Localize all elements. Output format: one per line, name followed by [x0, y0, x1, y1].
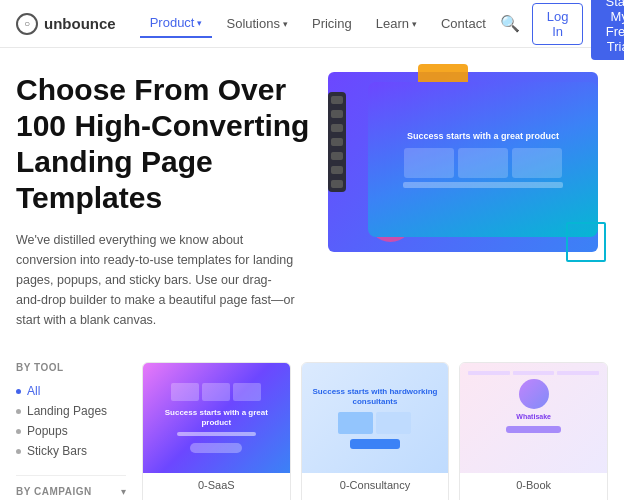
sidebar-item-sticky-bars[interactable]: Sticky Bars [16, 441, 126, 461]
templates-grid: Success starts with a great product 0-Sa… [142, 362, 608, 500]
template-thumb-book: Whatisake [460, 363, 607, 473]
sidebar-divider [16, 475, 126, 476]
sidebar-heading-campaign: BY CAMPAIGN [16, 486, 92, 497]
hero-laptop-preview: Success starts with a great product [368, 82, 598, 237]
accent-teal-border [566, 222, 606, 262]
sidebar-item-all[interactable]: All [16, 381, 126, 401]
logo-text: unbounce [44, 15, 116, 32]
sidebar-dot [16, 429, 21, 434]
chevron-down-icon: ▾ [197, 18, 202, 28]
nav-links: Product ▾ Solutions ▾ Pricing Learn ▾ Co… [140, 9, 496, 38]
nav-item-learn[interactable]: Learn ▾ [366, 10, 427, 37]
template-label-book: 0-Book [460, 473, 607, 497]
thumb-bar-saas [177, 432, 255, 436]
toolbar-item [331, 110, 343, 118]
search-icon[interactable]: 🔍 [496, 10, 524, 37]
template-thumb-saas: Success starts with a great product [143, 363, 290, 473]
sidebar-dot [16, 389, 21, 394]
chevron-down-icon: ▾ [412, 19, 417, 29]
navbar: ○ unbounce Product ▾ Solutions ▾ Pricing… [0, 0, 624, 48]
sidebar-item-popups[interactable]: Popups [16, 421, 126, 441]
sidebar-heading-tool: BY TOOL [16, 362, 126, 373]
nav-item-pricing[interactable]: Pricing [302, 10, 362, 37]
nav-item-solutions[interactable]: Solutions ▾ [216, 10, 297, 37]
template-card-saas[interactable]: Success starts with a great product 0-Sa… [142, 362, 291, 500]
sidebar-dot [16, 449, 21, 454]
toolbar-item [331, 180, 343, 188]
template-card-consultancy[interactable]: Success starts with hardworking consulta… [301, 362, 450, 500]
chevron-down-icon: ▾ [121, 486, 126, 497]
template-label-consultancy: 0-Consultancy [302, 473, 449, 497]
free-trial-button[interactable]: Start My Free Trial [591, 0, 624, 60]
sidebar: BY TOOL All Landing Pages Popups Sticky … [16, 362, 126, 500]
sidebar-item-landing-pages[interactable]: Landing Pages [16, 401, 126, 421]
content-area: BY TOOL All Landing Pages Popups Sticky … [0, 346, 624, 500]
chevron-down-icon: ▾ [283, 19, 288, 29]
hero-image: Success starts with a great product [328, 72, 598, 252]
thumb-headline-saas: Success starts with a great product [151, 408, 282, 427]
hero-description: We've distilled everything we know about… [16, 230, 296, 330]
template-thumb-consultancy: Success starts with hardworking consulta… [302, 363, 449, 473]
hero-right: Success starts with a great product [328, 72, 608, 330]
nav-item-contact[interactable]: Contact [431, 10, 496, 37]
sidebar-dot [16, 409, 21, 414]
sidebar-campaign-toggle[interactable]: BY CAMPAIGN ▾ [16, 486, 126, 497]
sidebar-section-campaign: BY CAMPAIGN ▾ [16, 486, 126, 497]
toolbar-item [331, 152, 343, 160]
template-label-saas: 0-SaaS [143, 473, 290, 497]
sidebar-section-tool: BY TOOL All Landing Pages Popups Sticky … [16, 362, 126, 461]
logo-icon: ○ [16, 13, 38, 35]
logo[interactable]: ○ unbounce [16, 13, 116, 35]
nav-right: 🔍 Log In Start My Free Trial [496, 0, 624, 60]
nav-item-product[interactable]: Product ▾ [140, 9, 213, 38]
toolbar-item [331, 166, 343, 174]
thumb-inner-saas: Success starts with a great product [143, 363, 290, 473]
laptop-headline: Success starts with a great product [407, 131, 559, 143]
laptop-screen: Success starts with a great product [368, 82, 598, 237]
hero-toolbar [328, 92, 346, 192]
thumb-headline-book: Whatisake [516, 413, 551, 420]
hero-title: Choose From Over 100 High-Converting Lan… [16, 72, 312, 216]
hero-left: Choose From Over 100 High-Converting Lan… [16, 72, 328, 330]
hero-section: Choose From Over 100 High-Converting Lan… [0, 48, 624, 346]
thumb-headline-consultancy: Success starts with hardworking consulta… [310, 387, 441, 408]
toolbar-item [331, 138, 343, 146]
toolbar-item [331, 124, 343, 132]
toolbar-item [331, 96, 343, 104]
login-button[interactable]: Log In [532, 3, 584, 45]
template-card-book[interactable]: Whatisake 0-Book [459, 362, 608, 500]
